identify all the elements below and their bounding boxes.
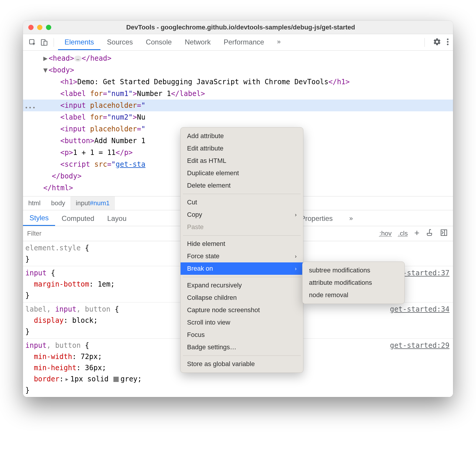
window-title: DevTools - googlechrome.github.io/devtoo… bbox=[34, 24, 448, 31]
ctx-edit-attribute[interactable]: Edit attribute bbox=[181, 142, 303, 155]
ctx-store-global[interactable]: Store as global variable bbox=[181, 358, 303, 370]
tab-console[interactable]: Console bbox=[139, 34, 178, 50]
ctx-separator bbox=[183, 194, 301, 194]
ctx-paste: Paste bbox=[181, 221, 303, 233]
ctx-separator bbox=[183, 277, 301, 277]
tab-elements[interactable]: Elements bbox=[58, 34, 100, 50]
tab-network[interactable]: Network bbox=[178, 34, 217, 50]
svg-point-4 bbox=[447, 41, 448, 42]
dom-row-body[interactable]: ▼<body> bbox=[23, 64, 453, 76]
color-swatch-icon[interactable] bbox=[113, 377, 119, 382]
svg-rect-2 bbox=[44, 41, 47, 45]
ctx-badge-settings[interactable]: Badge settings… bbox=[181, 341, 303, 353]
main-tabs: Elements Sources Console Network Perform… bbox=[58, 34, 287, 50]
ctx-break-on[interactable]: Break on› bbox=[181, 262, 303, 275]
svg-point-3 bbox=[447, 38, 448, 40]
ctx-cut[interactable]: Cut bbox=[181, 196, 303, 209]
toolbar-right bbox=[422, 38, 449, 47]
ctx-collapse-children[interactable]: Collapse children bbox=[181, 292, 303, 304]
filter-right-tools: :hov .cls + bbox=[379, 229, 453, 239]
ctx-focus[interactable]: Focus bbox=[181, 329, 303, 341]
subtab-computed[interactable]: Computed bbox=[55, 211, 101, 226]
ctx-copy[interactable]: Copy› bbox=[181, 209, 303, 221]
toolbar-separator bbox=[54, 38, 54, 47]
breadcrumb-input[interactable]: input#num1 bbox=[70, 196, 115, 210]
ctx-scroll-into-view[interactable]: Scroll into view bbox=[181, 316, 303, 329]
svg-point-5 bbox=[447, 43, 448, 45]
subtabs-overflow-icon[interactable]: » bbox=[343, 211, 359, 225]
breadcrumb-html[interactable]: html bbox=[23, 196, 46, 210]
toolbar-separator bbox=[424, 38, 425, 47]
styles-filter-input[interactable] bbox=[23, 226, 120, 241]
expand-triangle-icon[interactable]: ▸ bbox=[65, 375, 69, 383]
chevron-right-icon: › bbox=[295, 266, 297, 272]
dom-row-head[interactable]: ▶<head>…</head> bbox=[23, 52, 453, 64]
settings-gear-icon[interactable] bbox=[433, 38, 441, 47]
dom-row-input-selected[interactable]: <input placeholder=" bbox=[23, 100, 453, 111]
titlebar: DevTools - googlechrome.github.io/devtoo… bbox=[23, 21, 453, 34]
main-toolbar: Elements Sources Console Network Perform… bbox=[23, 34, 453, 51]
context-menu: Add attribute Edit attribute Edit as HTM… bbox=[180, 127, 303, 373]
tabs-overflow-icon[interactable]: » bbox=[271, 34, 287, 50]
ctx-force-state[interactable]: Force state› bbox=[181, 250, 303, 262]
subtab-layout[interactable]: Layou bbox=[101, 211, 133, 226]
subtab-styles[interactable]: Styles bbox=[23, 210, 55, 226]
new-style-rule-icon[interactable]: + bbox=[414, 228, 419, 238]
dom-row-h1[interactable]: <h1>Demo: Get Started Debugging JavaScri… bbox=[23, 76, 453, 88]
ctx-expand-recursively[interactable]: Expand recursively bbox=[181, 279, 303, 292]
tab-performance[interactable]: Performance bbox=[217, 34, 270, 50]
ctx-edit-as-html[interactable]: Edit as HTML bbox=[181, 155, 303, 167]
paint-brush-icon[interactable] bbox=[426, 229, 434, 238]
break-on-submenu: subtree modifications attribute modifica… bbox=[302, 262, 405, 304]
ctx-hide-element[interactable]: Hide element bbox=[181, 238, 303, 250]
devtools-window: DevTools - googlechrome.github.io/devtoo… bbox=[23, 21, 453, 397]
sub-node-removal[interactable]: node removal bbox=[303, 289, 404, 301]
sub-subtree-modifications[interactable]: subtree modifications bbox=[303, 264, 404, 277]
cls-toggle[interactable]: .cls bbox=[398, 230, 408, 237]
hov-toggle[interactable]: :hov bbox=[379, 230, 392, 237]
chevron-right-icon: › bbox=[295, 212, 297, 218]
ctx-delete-element[interactable]: Delete element bbox=[181, 179, 303, 192]
inspect-element-icon[interactable] bbox=[27, 37, 38, 48]
device-toolbar-icon[interactable] bbox=[39, 37, 49, 48]
dom-row-label1[interactable]: <label for="num1">Number 1</label> bbox=[23, 88, 453, 100]
svg-rect-6 bbox=[441, 230, 447, 236]
ellipsis-icon[interactable]: … bbox=[74, 56, 82, 62]
source-link[interactable]: get-started:34 bbox=[390, 304, 449, 315]
ctx-add-attribute[interactable]: Add attribute bbox=[181, 130, 303, 142]
source-link[interactable]: get-started:29 bbox=[390, 340, 449, 351]
ctx-duplicate-element[interactable]: Duplicate element bbox=[181, 167, 303, 179]
sub-attribute-modifications[interactable]: attribute modifications bbox=[303, 277, 404, 289]
breadcrumb-body[interactable]: body bbox=[46, 196, 71, 210]
more-vert-icon[interactable] bbox=[447, 38, 449, 47]
tab-sources[interactable]: Sources bbox=[100, 34, 139, 50]
chevron-right-icon: › bbox=[295, 253, 297, 259]
computed-panel-icon[interactable] bbox=[440, 229, 448, 238]
ctx-separator bbox=[183, 355, 301, 356]
dom-row-label2[interactable]: <label for="num2">Nu bbox=[23, 111, 453, 123]
ctx-separator bbox=[183, 235, 301, 236]
close-window-button[interactable] bbox=[28, 25, 34, 30]
ctx-capture-screenshot[interactable]: Capture node screenshot bbox=[181, 304, 303, 316]
